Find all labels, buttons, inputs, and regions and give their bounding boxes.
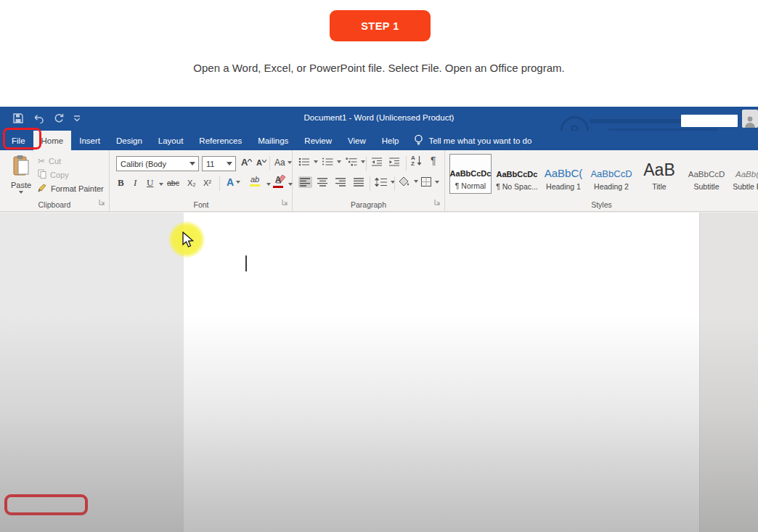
sort-arrow-icon	[417, 156, 422, 166]
strikethrough-button[interactable]: abc	[167, 179, 179, 187]
font-dialog-launcher-icon[interactable]	[282, 195, 288, 208]
shading-button[interactable]	[399, 176, 418, 187]
style-subtitle[interactable]: AaBbCcD Subtitle	[685, 154, 728, 194]
decrease-indent-button[interactable]	[371, 157, 383, 166]
clipboard-group: Paste ✂ Cut Copy	[0, 150, 110, 211]
tab-design[interactable]: Design	[108, 131, 150, 150]
font-group: Calibri (Body 11 A A Aa	[110, 150, 293, 211]
style-heading-2[interactable]: AaBbCcD Heading 2	[589, 154, 634, 194]
style-sample: AaBb(	[735, 171, 758, 179]
style-name: Subtitle	[693, 182, 719, 191]
show-marks-button[interactable]: ¶	[431, 155, 436, 166]
paste-button[interactable]: Paste	[7, 155, 35, 197]
text-effects-arrow	[236, 181, 240, 184]
font-size-combobox[interactable]: 11	[202, 156, 236, 171]
tab-insert[interactable]: Insert	[71, 131, 108, 150]
sort-button[interactable]: A Z	[411, 155, 422, 167]
italic-button[interactable]: I	[134, 177, 136, 189]
style-no-spacing[interactable]: AaBbCcDc ¶ No Spac...	[496, 154, 538, 194]
copy-label: Copy	[50, 171, 69, 179]
highlight-dropdown-arrow[interactable]	[266, 183, 271, 186]
style-name: Heading 2	[594, 182, 629, 191]
paragraph-group-label: Paragraph	[293, 200, 444, 209]
account-avatar-icon[interactable]	[742, 110, 758, 128]
cut-label: Cut	[49, 157, 61, 165]
style-sample: AaBbCcDc	[497, 171, 538, 179]
change-case-button[interactable]: Aa	[274, 157, 292, 168]
tell-me-box[interactable]: Tell me what you want to do	[407, 131, 539, 150]
style-name: ¶ No Spac...	[496, 182, 538, 191]
copy-button[interactable]: Copy	[38, 169, 104, 180]
line-spacing-button[interactable]	[375, 178, 395, 187]
justify-button[interactable]	[354, 178, 364, 187]
highlight-button[interactable]: ab	[250, 175, 260, 187]
bullet-list-icon	[298, 157, 310, 166]
grow-font-letter: A	[241, 157, 248, 168]
tab-review[interactable]: Review	[296, 131, 340, 150]
numbered-list-icon	[322, 157, 333, 166]
underline-dropdown-arrow[interactable]	[159, 183, 163, 186]
style-subtle-emphasis[interactable]: AaBb( Subtle E	[731, 154, 758, 194]
paste-label: Paste	[11, 181, 31, 189]
align-right-button[interactable]	[335, 178, 346, 187]
word-window: Document1 - Word (Unlicensed Product) R …	[0, 107, 758, 532]
ribbon-tab-bar: File Home Insert Design Layout Reference…	[0, 131, 758, 150]
tab-mailings[interactable]: Mailings	[250, 131, 296, 150]
style-sample: AaB	[643, 162, 675, 179]
grow-arrow-icon	[248, 159, 252, 163]
multilevel-list-button[interactable]	[346, 157, 365, 166]
annotation-bottom-left	[4, 494, 88, 515]
styles-group: AaBbCcDc ¶ Normal AaBbCcDc ¶ No Spac... …	[445, 150, 758, 211]
borders-button[interactable]	[421, 177, 439, 187]
tutorial-page: STEP 1 Open a Word, Excel, or PowerPoint…	[0, 0, 758, 532]
styles-group-label: Styles	[445, 200, 758, 209]
document-page[interactable]	[184, 213, 699, 532]
align-left-button[interactable]	[298, 176, 312, 188]
font-color-button[interactable]: A	[273, 175, 283, 188]
tab-references[interactable]: References	[191, 131, 250, 150]
change-case-label: Aa	[274, 157, 285, 168]
style-heading-1[interactable]: AaBbC( Heading 1	[541, 154, 586, 194]
underline-button[interactable]: U	[147, 177, 153, 189]
text-effects-button[interactable]: A	[227, 176, 240, 188]
mouse-cursor-icon	[182, 232, 195, 252]
bold-label: B	[118, 177, 124, 189]
bold-button[interactable]: B	[118, 177, 124, 189]
step-1-button[interactable]: STEP 1	[330, 10, 431, 41]
format-painter-button[interactable]: Format Painter	[38, 183, 104, 194]
tab-layout[interactable]: Layout	[150, 131, 192, 150]
italic-label: I	[134, 177, 136, 189]
grow-font-button[interactable]: A	[241, 157, 252, 168]
paragraph-group: A Z ¶	[293, 150, 445, 211]
style-normal[interactable]: AaBbCcDc ¶ Normal	[449, 154, 492, 194]
align-center-button[interactable]	[317, 178, 328, 187]
font-color-letter: A	[275, 175, 282, 185]
style-sample: AaBbCcD	[688, 171, 725, 179]
style-title[interactable]: AaB Title	[637, 154, 682, 194]
numbering-button[interactable]	[322, 157, 341, 166]
style-sample: AaBbCcDc	[450, 170, 492, 178]
pilcrow-icon: ¶	[431, 155, 436, 166]
shrink-font-button[interactable]: A	[256, 158, 266, 167]
document-area	[0, 213, 758, 532]
superscript-button[interactable]: X²	[203, 179, 211, 187]
shrink-arrow-icon	[262, 159, 266, 163]
paragraph-dialog-launcher-icon[interactable]	[434, 195, 441, 208]
paste-dropdown-arrow	[19, 191, 23, 194]
scissors-icon: ✂	[38, 156, 45, 166]
justify-icon	[354, 178, 364, 187]
borders-icon	[421, 177, 431, 187]
increase-indent-button[interactable]	[388, 157, 400, 166]
account-name-cover	[681, 115, 738, 127]
cut-button[interactable]: ✂ Cut	[38, 156, 104, 166]
font-name-combobox[interactable]: Calibri (Body	[116, 156, 199, 171]
clipboard-dialog-launcher-icon[interactable]	[99, 195, 105, 208]
font-color-mark	[273, 186, 283, 188]
tab-view[interactable]: View	[340, 131, 374, 150]
underline-label: U	[147, 177, 153, 189]
subscript-button[interactable]: X₂	[187, 179, 196, 187]
bullets-button[interactable]	[298, 157, 318, 166]
style-name: ¶ Normal	[455, 181, 486, 190]
decrease-indent-icon	[371, 157, 383, 166]
tab-help[interactable]: Help	[374, 131, 407, 150]
